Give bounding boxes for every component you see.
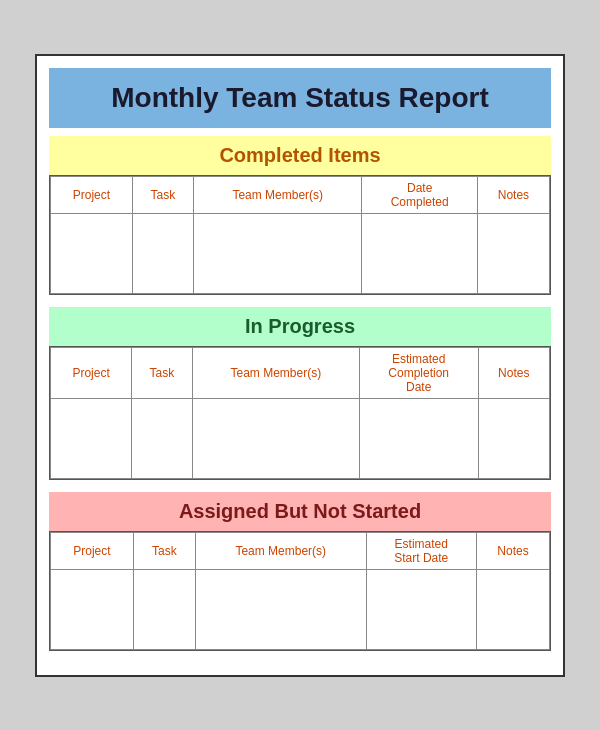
- inprogress-row1-project: [51, 398, 132, 478]
- completed-table: Project Task Team Member(s) DateComplete…: [50, 176, 550, 294]
- notstarted-row1-project: [51, 569, 134, 649]
- notstarted-row1-task: [133, 569, 195, 649]
- inprogress-section: In Progress Project Task Team Member(s) …: [49, 307, 551, 480]
- notstarted-col-members: Team Member(s): [195, 532, 366, 569]
- completed-body: [51, 213, 550, 293]
- notstarted-row1-members: [195, 569, 366, 649]
- completed-col-task: Task: [132, 176, 193, 213]
- notstarted-col-project: Project: [51, 532, 134, 569]
- inprogress-row-1: [51, 398, 550, 478]
- completed-header: Completed Items: [49, 136, 551, 175]
- completed-row-1: [51, 213, 550, 293]
- inprogress-row1-members: [192, 398, 359, 478]
- inprogress-table-wrapper: Project Task Team Member(s) EstimatedCom…: [49, 346, 551, 480]
- notstarted-col-date: EstimatedStart Date: [366, 532, 476, 569]
- inprogress-header-row: Project Task Team Member(s) EstimatedCom…: [51, 347, 550, 398]
- notstarted-col-task: Task: [133, 532, 195, 569]
- notstarted-table-wrapper: Project Task Team Member(s) EstimatedSta…: [49, 531, 551, 651]
- inprogress-col-notes: Notes: [478, 347, 549, 398]
- inprogress-row1-notes: [478, 398, 549, 478]
- completed-col-project: Project: [51, 176, 133, 213]
- notstarted-row-1: [51, 569, 550, 649]
- inprogress-col-date: EstimatedCompletionDate: [359, 347, 478, 398]
- inprogress-row1-date: [359, 398, 478, 478]
- notstarted-body: [51, 569, 550, 649]
- notstarted-row1-notes: [476, 569, 549, 649]
- inprogress-body: [51, 398, 550, 478]
- completed-header-row: Project Task Team Member(s) DateComplete…: [51, 176, 550, 213]
- inprogress-col-members: Team Member(s): [192, 347, 359, 398]
- completed-col-members: Team Member(s): [194, 176, 362, 213]
- notstarted-section: Assigned But Not Started Project Task Te…: [49, 492, 551, 651]
- notstarted-header-row: Project Task Team Member(s) EstimatedSta…: [51, 532, 550, 569]
- completed-row1-date: [362, 213, 477, 293]
- report-title: Monthly Team Status Report: [49, 68, 551, 128]
- inprogress-header: In Progress: [49, 307, 551, 346]
- inprogress-row1-task: [132, 398, 193, 478]
- notstarted-row1-date: [366, 569, 476, 649]
- report-container: Monthly Team Status Report Completed Ite…: [35, 54, 565, 677]
- completed-row1-members: [194, 213, 362, 293]
- completed-row1-project: [51, 213, 133, 293]
- completed-row1-task: [132, 213, 193, 293]
- notstarted-table: Project Task Team Member(s) EstimatedSta…: [50, 532, 550, 650]
- inprogress-col-project: Project: [51, 347, 132, 398]
- completed-col-date: DateCompleted: [362, 176, 477, 213]
- completed-table-wrapper: Project Task Team Member(s) DateComplete…: [49, 175, 551, 295]
- notstarted-col-notes: Notes: [476, 532, 549, 569]
- inprogress-table: Project Task Team Member(s) EstimatedCom…: [50, 347, 550, 479]
- notstarted-header: Assigned But Not Started: [49, 492, 551, 531]
- completed-row1-notes: [477, 213, 549, 293]
- completed-section: Completed Items Project Task Team Member…: [49, 136, 551, 295]
- inprogress-col-task: Task: [132, 347, 193, 398]
- completed-col-notes: Notes: [477, 176, 549, 213]
